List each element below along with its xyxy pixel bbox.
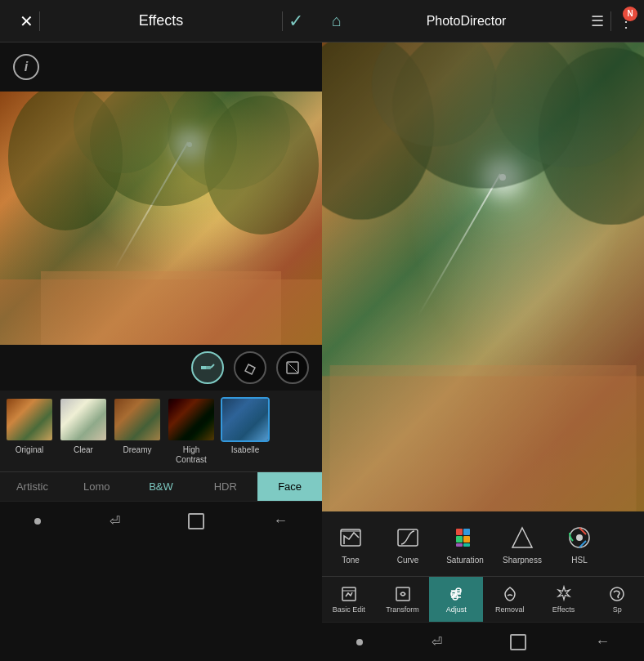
right-nav-square[interactable] — [510, 634, 526, 650]
hsl-icon — [565, 523, 594, 552]
effect-isabelle[interactable]: Isabelle — [221, 397, 270, 465]
right-nav-dot — [356, 639, 363, 645]
menu-icon[interactable]: ☰ — [591, 12, 604, 30]
thumb-img-isabelle — [222, 399, 268, 440]
effect-thumb-clear — [59, 397, 108, 442]
tab-sp[interactable]: Sp — [590, 577, 644, 622]
svg-rect-23 — [456, 529, 463, 535]
right-photo-area — [322, 42, 644, 511]
adjust-icon — [447, 585, 465, 603]
right-title: PhotoDirector — [342, 14, 591, 29]
left-photo — [0, 92, 322, 345]
adjust-row: Tone Curve — [322, 511, 644, 576]
adjust-curve[interactable]: Curve — [379, 518, 436, 569]
effect-label-high-contrast: High Contrast — [167, 445, 216, 465]
svg-rect-27 — [456, 543, 463, 547]
info-icon[interactable]: i — [13, 54, 39, 80]
effect-thumb-high-contrast — [167, 397, 216, 442]
thumb-img-clear — [60, 399, 106, 440]
svg-rect-28 — [463, 543, 470, 547]
confirm-button[interactable]: ✓ — [283, 11, 309, 32]
curve-label: Curve — [397, 556, 419, 565]
sharpness-icon — [508, 523, 537, 552]
tab-transform[interactable]: Transform — [376, 577, 430, 622]
svg-line-12 — [287, 362, 298, 373]
left-bottom-nav: ⏎ ← — [0, 501, 322, 540]
effect-clear[interactable]: Clear — [59, 397, 108, 465]
adjust-tone[interactable]: Tone — [322, 518, 379, 569]
effect-label-clear: Clear — [74, 445, 93, 454]
adjust-hsl[interactable]: HSL — [551, 518, 608, 569]
left-nav-square[interactable] — [188, 513, 204, 529]
svg-rect-24 — [463, 529, 470, 535]
info-section: i — [0, 42, 322, 92]
svg-rect-8 — [201, 366, 206, 369]
right-tree-svg — [322, 42, 644, 511]
mask-tool-btn[interactable] — [276, 351, 309, 384]
thumb-img-high-contrast — [168, 399, 214, 440]
right-photo — [322, 42, 644, 511]
effect-label-original: Original — [16, 445, 43, 454]
effect-label-isabelle: Isabelle — [231, 445, 259, 454]
sp-label: Sp — [613, 605, 622, 614]
tab-basic-edit[interactable]: Basic Edit — [322, 577, 376, 622]
left-panel: ✕ Effects ✓ i — [0, 0, 322, 661]
tab-effects[interactable]: Effects — [537, 577, 591, 622]
tab-removal[interactable]: Removal — [483, 577, 537, 622]
removal-label: Removal — [495, 605, 525, 614]
left-header: ✕ Effects ✓ — [0, 0, 322, 42]
effect-thumb-isabelle — [221, 397, 270, 442]
left-nav-back[interactable]: ← — [273, 512, 288, 529]
right-header-left: ⌂ — [332, 11, 342, 30]
svg-rect-25 — [456, 536, 463, 543]
right-nav-back[interactable]: ← — [595, 633, 610, 650]
transform-icon — [394, 585, 412, 603]
left-title: Effects — [40, 12, 282, 29]
eraser-tool-btn[interactable] — [234, 351, 266, 384]
right-header-icons: ☰ ⋮ N — [591, 11, 634, 31]
effects-label: Effects — [552, 605, 575, 614]
effect-dreamy[interactable]: Dreamy — [113, 397, 162, 465]
effects-icon — [555, 585, 573, 603]
right-header-divider — [610, 11, 611, 31]
svg-line-10 — [248, 364, 255, 368]
right-bottom-nav: ⏎ ← — [322, 622, 644, 661]
cat-artistic[interactable]: Artistic — [0, 472, 65, 501]
svg-rect-19 — [329, 365, 636, 511]
cat-hdr[interactable]: HDR — [193, 472, 257, 501]
effect-high-contrast[interactable]: High Contrast — [167, 397, 216, 465]
effect-thumbnails: Original Clear Dreamy High Contrast Isab… — [0, 391, 322, 471]
right-header: ⌂ PhotoDirector ☰ ⋮ N — [322, 0, 644, 42]
effect-thumb-original — [5, 397, 54, 442]
home-icon[interactable]: ⌂ — [332, 11, 342, 30]
cat-lomo[interactable]: Lomo — [65, 472, 129, 501]
adjust-saturation[interactable]: Saturation — [436, 518, 494, 569]
tone-icon — [336, 523, 365, 552]
effect-label-dreamy: Dreamy — [123, 445, 151, 454]
left-nav-dot — [34, 518, 41, 525]
tab-adjust[interactable]: Adjust — [429, 577, 483, 622]
brush-tool-btn[interactable] — [191, 351, 224, 384]
hsl-label: HSL — [571, 556, 587, 565]
basic-edit-label: Basic Edit — [333, 605, 365, 614]
close-button[interactable]: ✕ — [13, 11, 39, 31]
left-nav-return[interactable]: ⏎ — [110, 513, 120, 529]
effect-original[interactable]: Original — [5, 397, 54, 465]
adjust-sharpness[interactable]: Sharpness — [494, 518, 551, 569]
transform-label: Transform — [386, 605, 419, 614]
category-tabs: Artistic Lomo B&W HDR Face — [0, 471, 322, 501]
svg-rect-34 — [396, 587, 409, 601]
cat-bw[interactable]: B&W — [129, 472, 194, 501]
svg-rect-26 — [463, 536, 470, 543]
right-nav-return[interactable]: ⏎ — [432, 634, 442, 650]
more-icon-wrapper: ⋮ N — [618, 11, 634, 31]
notification-badge: N — [623, 7, 637, 21]
cat-face[interactable]: Face — [257, 472, 322, 501]
curve-icon — [393, 523, 423, 552]
left-photo-area — [0, 92, 322, 345]
svg-rect-6 — [41, 271, 281, 345]
effect-thumb-dreamy — [113, 397, 162, 442]
svg-point-31 — [576, 534, 583, 541]
basic-edit-icon — [340, 585, 358, 603]
right-bottom-tools: Tone Curve — [322, 511, 644, 622]
